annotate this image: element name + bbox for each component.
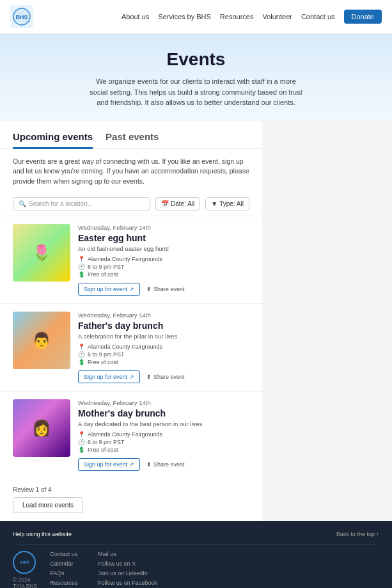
nav-resources[interactable]: Resources [220,13,254,20]
footer-calendar[interactable]: Calendar [50,560,85,567]
footer-top: Help using this website Back to the top … [13,531,379,544]
event-title-2: Mother's day brunch [78,408,249,418]
nav-volunteer[interactable]: Volunteer [262,13,292,20]
event-time-0: 🕐 6 to 9 pm PST [78,264,249,270]
event-card-1: 👨 Wednesday, February 14th Father's day … [0,303,262,391]
clock-icon-2: 🕐 [78,439,85,445]
event-cost-0: 💲 Free of cost [78,271,249,278]
donate-button[interactable]: Donate [344,10,382,24]
filters-row: 🔍 Search for a location... 📅 Date: All ▼… [0,192,262,216]
nav-contact[interactable]: Contact us [301,13,335,20]
footer-linkedin[interactable]: Join us on LinkedIn [98,570,161,576]
event-img-placeholder-0: 🌷 [13,224,70,282]
event-title-0: Easter egg hunt [78,233,249,243]
event-actions-2: Sign up for event ↗ ⬆ Share event [78,458,249,471]
load-more-button[interactable]: Load more events [13,497,83,513]
hero-section: Events We organize events for our client… [0,34,392,121]
share-button-0[interactable]: ⬆ Share event [146,286,185,292]
footer-body: cari © 2024 TYIA BHS Contact us Calendar… [13,551,379,588]
search-icon: 🔍 [19,200,26,207]
event-time-2: 🕐 6 to 9 pm PST [78,439,249,445]
share-icon-2: ⬆ [146,461,152,468]
hero-title: Events [13,49,379,70]
signup-button-2[interactable]: Sign up for event ↗ [78,458,140,471]
event-card-0: 🌷 Wednesday, February 14th Easter egg hu… [0,216,262,303]
event-info-0: Wednesday, February 14th Easter egg hunt… [78,224,249,296]
nav-about[interactable]: About us [122,13,149,20]
type-filter-label: Type: All [219,200,244,207]
event-location-1: 📍 Alameda County Fairgrounds [78,344,249,350]
event-img-placeholder-2: 👩 [13,399,70,457]
event-actions-1: Sign up for event ↗ ⬆ Share event [78,370,249,383]
event-cost-2: 💲 Free of cost [78,447,249,453]
clock-icon-1: 🕐 [78,351,85,358]
nav-services[interactable]: Services by BHS [158,13,211,20]
footer-facebook[interactable]: Follow us on Facebook [98,580,161,586]
location-icon-0: 📍 [78,256,85,262]
event-actions-0: Sign up for event ↗ ⬆ Share event [78,283,249,296]
navbar: BHS About us Services by BHS Resources V… [0,0,392,34]
back-to-top-button[interactable]: Back to the top ↑ [336,531,379,537]
event-image-1: 👨 [13,312,70,369]
footer-faqs[interactable]: FAQs [50,570,85,576]
event-date-2: Wednesday, February 14th [78,399,249,406]
event-desc-1: A celebration for the pillar in our live… [78,333,249,340]
footer: Help using this website Back to the top … [0,521,392,588]
footer-contact[interactable]: Contact us [50,551,85,557]
events-description: Our events are a great way of connecting… [0,149,262,192]
event-desc-0: An old fashioned easter egg hunt! [78,245,249,252]
location-search[interactable]: 🔍 Search for a location... [13,197,150,211]
hero-description: We organize events for our clients to in… [88,76,305,108]
event-title-1: Father's day brunch [78,321,249,331]
event-time-1: 🕐 6 to 9 pm PST [78,351,249,358]
search-placeholder: Search for a location... [29,200,93,207]
event-date-0: Wednesday, February 14th [78,224,249,231]
page-info: Review 1 of 4 [13,486,249,493]
footer-copyright: © 2024 TYIA BHS [13,576,37,588]
footer-logo: cari [13,551,36,574]
footer-twitter[interactable]: Follow us on X [98,560,161,567]
event-location-2: 📍 Alameda County Fairgrounds [78,431,249,438]
svg-text:BHS: BHS [15,14,27,20]
event-date-1: Wednesday, February 14th [78,312,249,319]
share-icon-0: ⬆ [146,286,152,292]
location-icon-1: 📍 [78,344,85,350]
event-card-2: 👩 Wednesday, February 14th Mother's day … [0,391,262,479]
dollar-icon-1: 💲 [78,359,85,365]
date-filter[interactable]: 📅 Date: All [155,197,200,211]
footer-mail[interactable]: Mail us [98,551,161,557]
date-filter-label: Date: All [171,200,194,207]
clock-icon-0: 🕐 [78,264,85,270]
signup-button-0[interactable]: Sign up for event ↗ [78,283,140,296]
pagination: Review 1 of 4 Load more events [0,479,262,521]
dollar-icon-0: 💲 [78,271,85,278]
event-info-1: Wednesday, February 14th Father's day br… [78,312,249,383]
footer-logo-area: cari © 2024 TYIA BHS [13,551,37,588]
footer-help-text: Help using this website [13,531,72,537]
event-info-2: Wednesday, February 14th Mother's day br… [78,399,249,471]
logo: BHS [10,5,33,28]
footer-col1: Contact us Calendar FAQs Resources Site … [50,551,85,588]
type-icon: ▼ [211,200,217,207]
event-desc-2: A day dedicated to the best person in ou… [78,420,249,427]
share-button-2[interactable]: ⬆ Share event [146,461,185,468]
location-icon-2: 📍 [78,431,85,438]
event-location-0: 📍 Alameda County Fairgrounds [78,256,249,262]
main-content: Upcoming events Past events Our events a… [0,121,262,521]
logo-icon: BHS [10,5,33,28]
tabs: Upcoming events Past events [0,121,262,149]
main-wrapper: Upcoming events Past events Our events a… [0,121,392,521]
dollar-icon-2: 💲 [78,447,85,453]
calendar-icon: 📅 [161,200,169,207]
signup-button-1[interactable]: Sign up for event ↗ [78,370,140,383]
nav-links: About us Services by BHS Resources Volun… [122,10,382,24]
share-button-1[interactable]: ⬆ Share event [146,374,185,380]
tab-upcoming[interactable]: Upcoming events [13,131,93,149]
event-image-2: 👩 [13,399,70,457]
footer-resources[interactable]: Resources [50,580,85,586]
event-image-0: 🌷 [13,224,70,282]
tab-past[interactable]: Past events [106,131,159,149]
share-icon-1: ⬆ [146,374,152,380]
type-filter[interactable]: ▼ Type: All [205,197,249,211]
event-img-placeholder-1: 👨 [13,312,70,369]
